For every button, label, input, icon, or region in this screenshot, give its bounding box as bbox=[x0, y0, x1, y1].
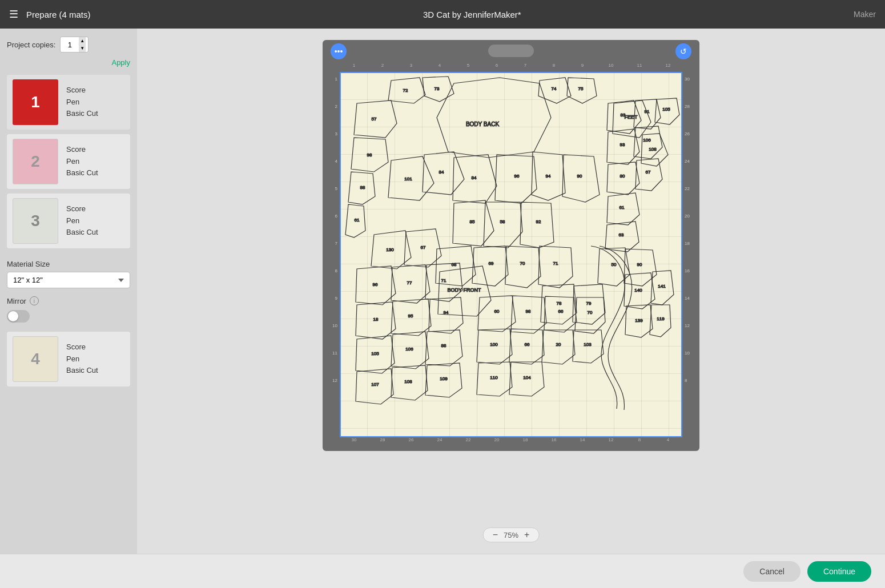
mat-number-2: 2 bbox=[31, 152, 40, 171]
svg-text:93: 93 bbox=[620, 142, 625, 147]
svg-marker-96 bbox=[542, 330, 575, 364]
mat-number-3: 3 bbox=[31, 212, 40, 230]
apply-button[interactable]: Apply bbox=[7, 58, 130, 67]
svg-text:108: 108 bbox=[404, 379, 412, 384]
svg-text:107: 107 bbox=[371, 382, 379, 387]
svg-text:108: 108 bbox=[649, 147, 657, 152]
spin-down-button[interactable]: ▼ bbox=[79, 45, 86, 52]
mat-options-button[interactable]: ••• bbox=[331, 43, 347, 59]
svg-text:106: 106 bbox=[643, 138, 651, 143]
svg-text:104: 104 bbox=[523, 375, 531, 380]
svg-text:77: 77 bbox=[407, 280, 412, 285]
svg-text:18: 18 bbox=[373, 317, 379, 322]
svg-text:61: 61 bbox=[355, 218, 360, 223]
zoom-value: 75% bbox=[504, 531, 518, 539]
mirror-info-icon[interactable]: i bbox=[30, 296, 39, 305]
svg-text:71: 71 bbox=[553, 261, 558, 266]
svg-marker-42 bbox=[520, 202, 554, 248]
svg-marker-40 bbox=[484, 202, 522, 248]
mat-surface: BODY BACK 72 73 74 75 bbox=[340, 72, 682, 437]
spin-up-button[interactable]: ▲ bbox=[79, 37, 86, 45]
mat-grip bbox=[488, 45, 534, 57]
toggle-wrapper bbox=[7, 310, 130, 323]
svg-text:94: 94 bbox=[546, 174, 551, 179]
mat-number-4: 4 bbox=[31, 350, 40, 368]
continue-button[interactable]: Continue bbox=[807, 561, 871, 582]
svg-text:88: 88 bbox=[441, 343, 446, 348]
mat-card-3[interactable]: 3 Score Pen Basic Cut bbox=[7, 194, 130, 248]
project-copies-label: Project copies: bbox=[7, 41, 55, 49]
zoom-in-button[interactable]: + bbox=[522, 530, 532, 539]
svg-text:83: 83 bbox=[621, 112, 626, 118]
main-content: Project copies: ▲ ▼ Apply 1 Score Pen Ba… bbox=[0, 29, 885, 554]
svg-marker-50 bbox=[505, 246, 541, 288]
mat-info-2: Score Pen Basic Cut bbox=[66, 144, 98, 179]
menu-icon[interactable]: ☰ bbox=[9, 8, 18, 21]
svg-text:60: 60 bbox=[494, 309, 500, 314]
svg-text:106: 106 bbox=[405, 347, 413, 352]
project-copies-row: Project copies: ▲ ▼ bbox=[7, 37, 130, 53]
ruler-right: 30282624222018161412108 bbox=[682, 72, 699, 446]
svg-text:BODY BACK: BODY BACK bbox=[466, 121, 499, 127]
svg-text:88: 88 bbox=[360, 185, 365, 190]
mat-label-2b: Pen bbox=[66, 156, 98, 168]
ruler-top: 1 2 3 4 5 6 7 8 9 10 11 12 bbox=[340, 63, 682, 72]
toggle-knob bbox=[8, 311, 18, 321]
svg-text:130: 130 bbox=[386, 247, 394, 252]
mirror-toggle[interactable] bbox=[7, 310, 30, 323]
copies-input[interactable] bbox=[61, 41, 79, 49]
mat-card-4[interactable]: 4 Score Pen Basic Cut bbox=[7, 332, 130, 386]
zoom-out-button[interactable]: − bbox=[490, 530, 500, 539]
app-header: ☰ Prepare (4 mats) 3D Cat by JenniferMak… bbox=[0, 0, 885, 29]
svg-text:79: 79 bbox=[586, 301, 592, 306]
svg-text:84: 84 bbox=[439, 170, 444, 175]
mat-label-4b: Pen bbox=[66, 353, 98, 365]
svg-text:FEET: FEET bbox=[624, 114, 638, 120]
svg-marker-52 bbox=[538, 246, 573, 288]
svg-text:139: 139 bbox=[635, 318, 643, 323]
mat-label-1b: Pen bbox=[66, 96, 98, 108]
mat-label-3a: Score bbox=[66, 203, 98, 215]
svg-text:66: 66 bbox=[525, 342, 530, 347]
ruler-left: 123456789101112 bbox=[323, 72, 340, 446]
maker-label: Maker bbox=[854, 10, 876, 19]
svg-text:73: 73 bbox=[435, 86, 440, 91]
cricut-mat: ••• cricut ↺ 1 2 3 4 5 6 bbox=[323, 40, 699, 451]
project-name: 3D Cat by JenniferMaker* bbox=[91, 10, 854, 19]
sidebar: Project copies: ▲ ▼ Apply 1 Score Pen Ba… bbox=[0, 29, 137, 554]
svg-text:67: 67 bbox=[646, 170, 651, 175]
mat-thumbnail-4: 4 bbox=[13, 336, 58, 382]
svg-text:58: 58 bbox=[500, 219, 505, 224]
svg-text:105: 105 bbox=[662, 107, 670, 112]
ruler-bottom: 30 28 26 24 22 20 18 16 14 12 8 4 bbox=[340, 437, 682, 446]
copies-input-wrapper: ▲ ▼ bbox=[60, 37, 88, 53]
svg-marker-32 bbox=[495, 155, 537, 203]
copies-spinners: ▲ ▼ bbox=[79, 37, 86, 52]
material-size-select[interactable]: 12" x 12" 12" x 24" 6" x 12" bbox=[7, 272, 130, 288]
mat-card-1[interactable]: 1 Score Pen Basic Cut bbox=[7, 75, 130, 130]
mat-thumbnail-1: 1 bbox=[13, 79, 58, 125]
mat-info-3: Score Pen Basic Cut bbox=[66, 203, 98, 239]
mat-info-4: Score Pen Basic Cut bbox=[66, 341, 98, 377]
mat-label-3c: Basic Cut bbox=[66, 227, 98, 239]
header-title: Prepare (4 mats) bbox=[26, 10, 91, 19]
mat-rotate-button[interactable]: ↺ bbox=[675, 43, 691, 59]
svg-text:75: 75 bbox=[578, 86, 584, 91]
svg-text:101: 101 bbox=[404, 176, 412, 182]
svg-text:98: 98 bbox=[367, 152, 372, 158]
svg-text:90: 90 bbox=[577, 174, 582, 179]
svg-text:66: 66 bbox=[558, 309, 564, 314]
mat-number-1: 1 bbox=[31, 93, 40, 111]
mat-thumbnail-3: 3 bbox=[13, 198, 58, 244]
svg-marker-126 bbox=[635, 159, 662, 191]
svg-text:141: 141 bbox=[658, 284, 666, 289]
svg-marker-48 bbox=[472, 246, 508, 286]
mat-card-2[interactable]: 2 Score Pen Basic Cut bbox=[7, 134, 130, 189]
zoom-controls: − 75% + bbox=[483, 527, 540, 542]
svg-text:109: 109 bbox=[440, 376, 448, 381]
mat-label-1c: Basic Cut bbox=[66, 108, 98, 120]
svg-text:92: 92 bbox=[536, 219, 541, 224]
svg-text:61: 61 bbox=[620, 205, 625, 210]
cancel-button[interactable]: Cancel bbox=[743, 561, 800, 582]
mat-label-3b: Pen bbox=[66, 215, 98, 227]
